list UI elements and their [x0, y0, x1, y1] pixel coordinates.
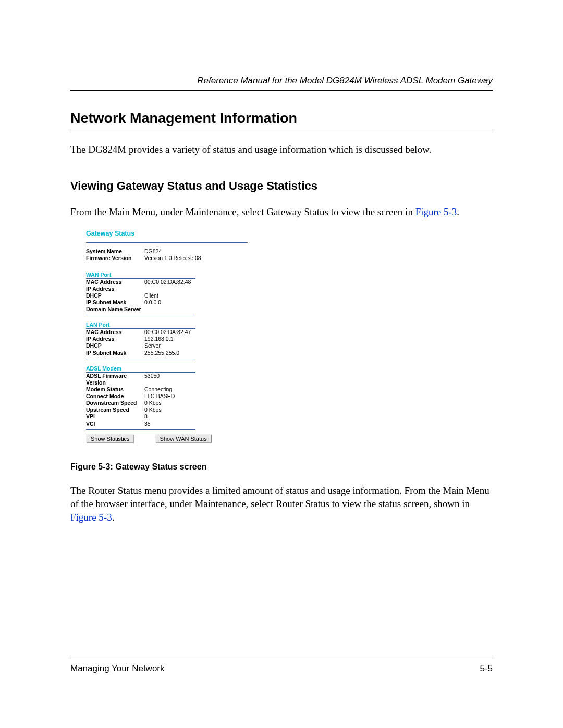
label-wan-dns: Domain Name Server — [86, 306, 144, 313]
value-wan-ip — [144, 286, 248, 292]
value-downstream: 0 Kbps — [144, 400, 248, 406]
divider — [86, 315, 195, 315]
label-lan-ip: IP Address — [86, 336, 144, 342]
value-lan-mask: 255.255.255.0 — [144, 350, 248, 356]
show-statistics-button[interactable]: Show Statistics — [86, 434, 134, 443]
subsection-heading: Viewing Gateway Status and Usage Statist… — [70, 179, 493, 193]
label-wan-ip: IP Address — [86, 286, 144, 292]
label-modem-status: Modem Status — [86, 386, 144, 393]
paragraph: From the Main Menu, under Maintenance, s… — [70, 205, 493, 219]
paragraph: The Router Status menu provides a limite… — [70, 484, 493, 524]
figure-caption: Figure 5-3: Gateway Status screen — [70, 462, 493, 472]
text: The Router Status menu provides a limite… — [70, 485, 489, 510]
value-lan-mac: 00:C0:02:DA:82:47 — [144, 329, 248, 336]
divider — [86, 429, 195, 430]
value-system-name: DG824 — [144, 248, 248, 255]
label-downstream: Downstream Speed — [86, 400, 144, 406]
lan-port-heading: LAN Port — [86, 322, 195, 329]
show-wan-status-button[interactable]: Show WAN Status — [155, 434, 212, 443]
label-system-name: System Name — [86, 248, 144, 255]
text: . — [457, 206, 459, 217]
label-lan-mac: MAC Address — [86, 329, 144, 336]
running-header: Reference Manual for the Model DG824M Wi… — [70, 76, 493, 91]
footer-chapter-title: Managing Your Network — [70, 663, 165, 674]
value-connect-mode: LLC-BASED — [144, 393, 248, 400]
label-wan-mac: MAC Address — [86, 279, 144, 286]
value-lan-ip: 192.168.0.1 — [144, 336, 248, 342]
label-vci: VCI — [86, 421, 144, 427]
divider — [86, 359, 195, 359]
value-wan-dns — [144, 306, 248, 313]
label-wan-dhcp: DHCP — [86, 292, 144, 299]
label-connect-mode: Connect Mode — [86, 393, 144, 400]
label-lan-dhcp: DHCP — [86, 342, 144, 349]
value-wan-mask: 0.0.0.0 — [144, 299, 248, 306]
value-wan-dhcp: Client — [144, 292, 248, 299]
adsl-modem-heading: ADSL Modem — [86, 365, 195, 373]
label-lan-mask: IP Subnet Mask — [86, 350, 144, 356]
label-adsl-fw: ADSL Firmware Version — [86, 373, 144, 386]
text: . — [112, 512, 115, 523]
value-vpi: 8 — [144, 413, 248, 420]
value-firmware-version: Version 1.0 Release 08 — [144, 255, 248, 262]
intro-paragraph: The DG824M provides a variety of status … — [70, 143, 493, 156]
panel-title: Gateway Status — [86, 230, 248, 243]
figure-reference-link[interactable]: Figure 5-3 — [415, 206, 457, 217]
value-vci: 35 — [144, 421, 248, 427]
value-lan-dhcp: Server — [144, 342, 248, 349]
label-vpi: VPI — [86, 413, 144, 420]
value-modem-status: Connecting — [144, 386, 248, 393]
section-heading: Network Management Information — [70, 110, 493, 130]
label-firmware-version: Firmware Version — [86, 255, 144, 262]
value-wan-mac: 00:C0:02:DA:82:48 — [144, 279, 248, 286]
label-upstream: Upstream Speed — [86, 406, 144, 413]
value-upstream: 0 Kbps — [144, 406, 248, 413]
figure-reference-link[interactable]: Figure 5-3 — [70, 512, 112, 523]
value-adsl-fw: 53050 — [144, 373, 248, 386]
wan-port-heading: WAN Port — [86, 272, 195, 279]
gateway-status-screenshot: Gateway Status System NameDG824 Firmware… — [86, 230, 248, 443]
label-wan-mask: IP Subnet Mask — [86, 299, 144, 306]
footer-page-number: 5-5 — [480, 663, 493, 674]
text: From the Main Menu, under Maintenance, s… — [70, 206, 415, 217]
